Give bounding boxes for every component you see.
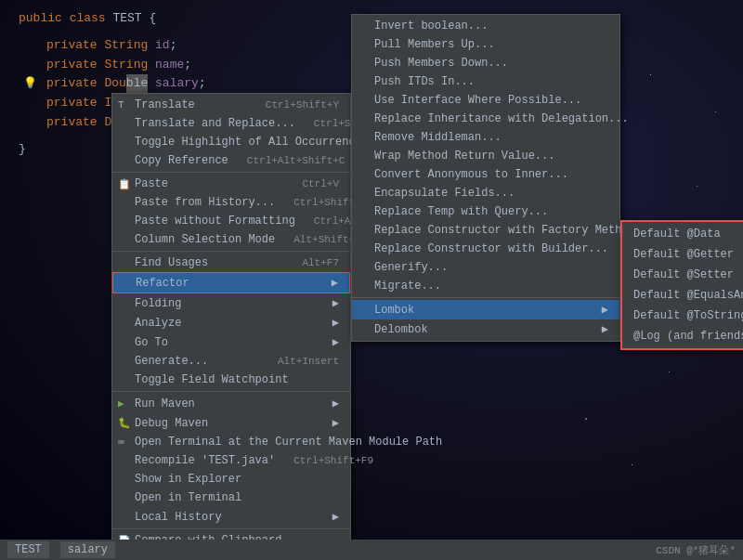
menu-item-replace-temp[interactable]: Replace Temp with Query... — [352, 202, 619, 221]
code-keyword: private — [46, 56, 98, 75]
bottom-tab-test[interactable]: TEST — [7, 541, 49, 558]
code-class-name: TEST — [112, 9, 141, 29]
menu-item-paste-no-format[interactable]: Paste without Formatting Ctrl+Alt+Shift+… — [112, 212, 350, 230]
menu-item-recompile[interactable]: Recompile 'TEST.java' Ctrl+Shift+F9 — [112, 451, 350, 470]
menu-item-translate-replace[interactable]: Translate and Replace... Ctrl+Shift+X — [112, 114, 350, 133]
menu-item-open-terminal[interactable]: Open in Terminal — [112, 488, 350, 507]
menu-item-push-down[interactable]: Push Members Down... — [352, 54, 619, 72]
submenu-arrow: ▶ — [332, 510, 339, 524]
code-keyword: class — [70, 9, 106, 29]
menu-item-wrap-return[interactable]: Wrap Method Return Value... — [352, 147, 619, 165]
menu-item-paste[interactable]: 📋 Paste Ctrl+V — [112, 175, 350, 193]
submenu-arrow: ▶ — [332, 416, 339, 430]
submenu-arrow: ▶ — [602, 303, 608, 317]
debug-icon: 🐛 — [118, 417, 131, 429]
code-field: id — [155, 36, 170, 56]
menu-item-migrate[interactable]: Migrate... — [352, 277, 619, 295]
submenu-arrow: ▶ — [332, 335, 339, 349]
menu-item-delombok[interactable]: Delombok ▶ — [352, 319, 619, 339]
menu-item-folding[interactable]: Folding ▶ — [112, 293, 350, 313]
menu-item-remove-middleman[interactable]: Remove Middleman... — [352, 128, 619, 147]
menu-item-replace-constructor-factory[interactable]: Replace Constructor with Factory Method.… — [352, 221, 619, 240]
bottom-bar: TEST salary CSDN @*猪耳朵* — [0, 540, 743, 560]
code-type: String — [104, 56, 148, 75]
menu-item-open-terminal-maven[interactable]: ⌨ Open Terminal at the Current Maven Mod… — [112, 433, 350, 451]
menu-item-default-getter[interactable]: Default @Getter — [622, 244, 743, 265]
menu-item-column-mode[interactable]: Column Selection Mode Alt+Shift+Insert — [112, 230, 350, 249]
code-punct: ; — [184, 56, 191, 75]
menu-item-generify[interactable]: Generify... — [352, 258, 619, 277]
separator — [112, 528, 350, 529]
menu-item-convert-anonymous[interactable]: Convert Anonymous to Inner... — [352, 165, 619, 184]
code-field: name — [155, 56, 184, 75]
separator — [112, 391, 350, 392]
menu-item-analyze[interactable]: Analyze ▶ — [112, 313, 350, 332]
code-punct: ; — [199, 74, 206, 94]
menu-item-lombok[interactable]: Lombok ▶ — [352, 300, 619, 319]
refactor-submenu: Invert boolean... Pull Members Up... Pus… — [351, 14, 620, 342]
menu-item-default-setter[interactable]: Default @Setter — [622, 265, 743, 285]
menu-item-pull-up[interactable]: Pull Members Up... — [352, 35, 619, 54]
code-keyword: private — [46, 36, 98, 56]
main-context-menu: T Translate Ctrl+Shift+Y Translate and R… — [111, 93, 351, 560]
run-icon: ▶ — [118, 397, 124, 410]
menu-item-replace-constructor-builder[interactable]: Replace Constructor with Builder... — [352, 240, 619, 258]
paste-icon: 📋 — [118, 178, 131, 190]
bottom-tab-salary[interactable]: salary — [60, 541, 115, 558]
submenu-arrow: ▶ — [332, 276, 338, 290]
menu-item-copy-reference[interactable]: Copy Reference Ctrl+Alt+Shift+C — [112, 151, 350, 170]
menu-item-translate[interactable]: T Translate Ctrl+Shift+Y — [112, 96, 350, 114]
menu-item-default-equals-hashcode[interactable]: Default @EqualsAndHashcode — [622, 285, 743, 306]
terminal-icon: ⌨ — [118, 436, 124, 449]
menu-item-invert-boolean[interactable]: Invert boolean... — [352, 17, 619, 35]
menu-item-use-interface[interactable]: Use Interface Where Possible... — [352, 91, 619, 110]
submenu-arrow: ▶ — [332, 296, 339, 310]
menu-item-generate[interactable]: Generate... Alt+Insert — [112, 352, 350, 371]
code-keyword: private — [46, 94, 98, 113]
submenu-arrow: ▶ — [602, 322, 608, 336]
code-field: salary — [155, 74, 199, 94]
separator — [112, 251, 350, 252]
separator — [352, 297, 619, 298]
menu-item-local-history[interactable]: Local History ▶ — [112, 507, 350, 527]
menu-item-log[interactable]: @Log (and friends) — [622, 326, 743, 346]
menu-item-goto[interactable]: Go To ▶ — [112, 332, 350, 352]
menu-item-debug-maven[interactable]: 🐛 Debug Maven ▶ — [112, 413, 350, 433]
menu-item-replace-inheritance[interactable]: Replace Inheritance with Delegation... — [352, 110, 619, 128]
code-brace: } — [19, 140, 26, 160]
separator — [112, 172, 350, 173]
lombok-submenu: Default @Data Default @Getter Default @S… — [620, 220, 743, 350]
menu-item-default-data[interactable]: Default @Data — [622, 224, 743, 244]
menu-item-default-tostring[interactable]: Default @ToString — [622, 306, 743, 326]
menu-item-toggle-highlight[interactable]: Toggle Highlight of All Occurrences Ctrl… — [112, 133, 350, 151]
code-brace: { — [149, 9, 156, 29]
submenu-arrow: ▶ — [332, 316, 339, 330]
code-keyword: private — [46, 113, 98, 133]
menu-item-refactor[interactable]: Refactor ▶ — [112, 272, 350, 293]
menu-item-paste-history[interactable]: Paste from History... Ctrl+Shift+V — [112, 193, 350, 212]
code-selected: ble — [126, 74, 148, 94]
code-keyword: private — [46, 74, 98, 94]
watermark: CSDN @*猪耳朵* — [656, 543, 736, 557]
code-punct: ; — [170, 36, 177, 56]
menu-item-encapsulate[interactable]: Encapsulate Fields... — [352, 184, 619, 202]
translate-icon: T — [118, 99, 124, 111]
submenu-arrow: ▶ — [332, 397, 339, 410]
menu-item-push-itds[interactable]: Push ITDs In... — [352, 72, 619, 91]
lightbulb-icon: 💡 — [23, 75, 37, 93]
menu-item-run-maven[interactable]: ▶ Run Maven ▶ — [112, 394, 350, 413]
menu-item-show-explorer[interactable]: Show in Explorer — [112, 470, 350, 488]
code-type: Dou — [104, 74, 125, 94]
menu-item-toggle-watchpoint[interactable]: Toggle Field Watchpoint — [112, 371, 350, 389]
menu-item-find-usages[interactable]: Find Usages Alt+F7 — [112, 254, 350, 272]
code-type: String — [104, 36, 148, 56]
code-keyword: public — [19, 9, 62, 29]
